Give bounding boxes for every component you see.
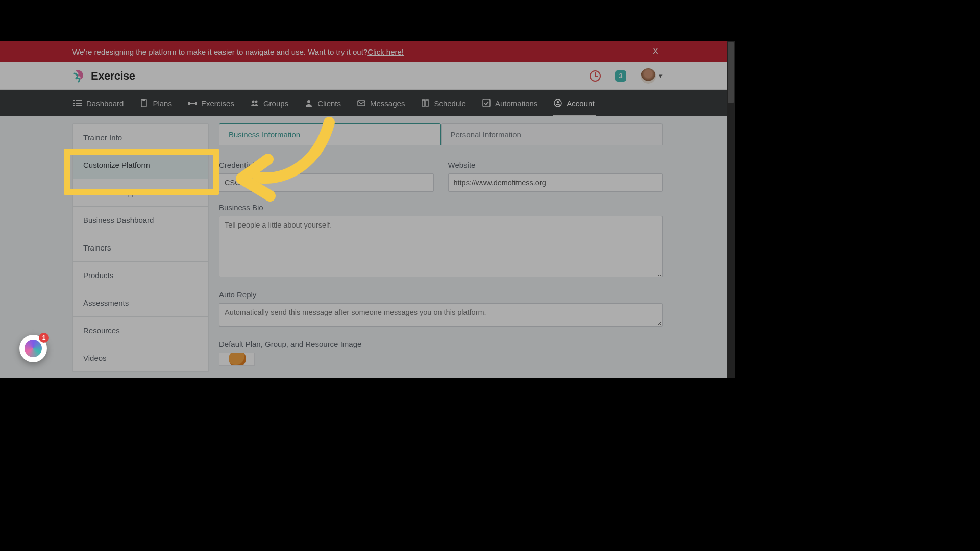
svg-rect-2 (74, 103, 75, 104)
account-sidebar: Trainer Info Customize Platform Connecte… (72, 123, 209, 372)
svg-rect-9 (195, 102, 197, 105)
help-badge: 1 (39, 333, 49, 343)
website-label: Website (448, 161, 663, 169)
nav-groups[interactable]: Groups (250, 90, 289, 116)
svg-rect-0 (74, 100, 75, 101)
svg-rect-5 (76, 105, 82, 106)
nav-dashboard[interactable]: Dashboard (72, 90, 125, 116)
notification-badge[interactable]: 3 (615, 70, 626, 82)
svg-rect-8 (188, 102, 190, 105)
sidebar-item-business-dashboard[interactable]: Business Dashboard (73, 207, 208, 234)
nav-plans[interactable]: Plans (139, 90, 173, 116)
nav-label: Clients (317, 99, 341, 108)
tab-personal-information[interactable]: Personal Information (441, 123, 663, 145)
nav-label: Automations (495, 99, 537, 108)
svg-rect-1 (76, 100, 82, 101)
tab-business-information[interactable]: Business Information (219, 123, 441, 145)
list-icon (74, 99, 82, 107)
dumbbell-icon (188, 99, 197, 107)
clock-icon[interactable] (590, 70, 601, 82)
nav-label: Groups (263, 99, 288, 108)
svg-rect-10 (190, 103, 195, 104)
nav-account[interactable]: Account (553, 91, 595, 116)
person-icon (305, 99, 313, 107)
svg-point-13 (307, 100, 310, 103)
brand-name: Exercise (91, 69, 135, 83)
nav-label: Schedule (434, 99, 466, 108)
svg-rect-3 (76, 103, 82, 104)
nav-clients[interactable]: Clients (304, 90, 342, 116)
nav-exercises[interactable]: Exercises (187, 90, 235, 116)
logo-icon (72, 69, 86, 83)
bio-textarea[interactable] (219, 216, 663, 277)
chevron-down-icon: ▾ (659, 72, 663, 80)
svg-point-11 (252, 101, 254, 103)
header-bar: Exercise 3 ▾ (0, 62, 735, 90)
svg-rect-7 (142, 99, 145, 101)
envelope-icon (357, 99, 365, 107)
nav-automations[interactable]: Automations (481, 90, 538, 116)
svg-rect-15 (483, 99, 490, 107)
redesign-banner: We're redesigning the platform to make i… (0, 41, 735, 62)
check-icon (482, 99, 491, 107)
book-icon (421, 99, 429, 107)
default-image-preview[interactable] (219, 353, 255, 366)
sidebar-item-products[interactable]: Products (73, 262, 208, 289)
credentials-input[interactable] (219, 173, 434, 192)
svg-rect-14 (358, 101, 365, 106)
sidebar-item-assessments[interactable]: Assessments (73, 289, 208, 317)
credentials-label: Credentials (219, 161, 434, 169)
main-panel: Business Information Personal Informatio… (219, 123, 663, 377)
sidebar-item-resources[interactable]: Resources (73, 317, 208, 344)
svg-rect-6 (141, 99, 146, 107)
banner-close-button[interactable]: X (653, 46, 658, 57)
sidebar-item-customize-platform[interactable]: Customize Platform (73, 152, 208, 179)
nav-label: Dashboard (86, 99, 124, 108)
avatar (641, 68, 656, 84)
banner-text: We're redesigning the platform to make i… (72, 47, 368, 56)
nav-label: Exercises (201, 99, 234, 108)
svg-point-17 (557, 101, 559, 103)
auto-reply-textarea[interactable] (219, 303, 663, 327)
svg-point-12 (255, 101, 257, 103)
account-icon (554, 99, 562, 107)
user-menu[interactable]: ▾ (641, 68, 663, 84)
sidebar-item-trainer-info[interactable]: Trainer Info (73, 124, 208, 152)
website-input[interactable] (448, 173, 663, 192)
svg-rect-4 (74, 105, 75, 106)
banner-link[interactable]: Click here! (368, 47, 404, 56)
sidebar-item-trainers[interactable]: Trainers (73, 234, 208, 262)
nav-messages[interactable]: Messages (356, 90, 406, 116)
nav-label: Plans (153, 99, 172, 108)
default-image-label: Default Plan, Group, and Resource Image (219, 340, 663, 348)
info-tabs: Business Information Personal Informatio… (219, 123, 663, 145)
help-fab[interactable]: 1 (19, 335, 47, 362)
bio-label: Business Bio (219, 203, 663, 212)
brand-logo[interactable]: Exercise (72, 69, 135, 83)
nav-schedule[interactable]: Schedule (420, 90, 467, 116)
auto-reply-label: Auto Reply (219, 290, 663, 299)
scrollbar-thumb[interactable] (728, 42, 734, 103)
clipboard-icon (140, 99, 148, 107)
nav-label: Messages (370, 99, 405, 108)
help-icon (24, 340, 42, 357)
sidebar-item-videos[interactable]: Videos (73, 344, 208, 372)
sidebar-item-connected-apps[interactable]: Connected Apps (73, 179, 208, 207)
group-icon (251, 99, 259, 107)
main-nav: Dashboard Plans Exercises Groups Clients… (0, 90, 735, 116)
nav-label: Account (567, 99, 594, 108)
